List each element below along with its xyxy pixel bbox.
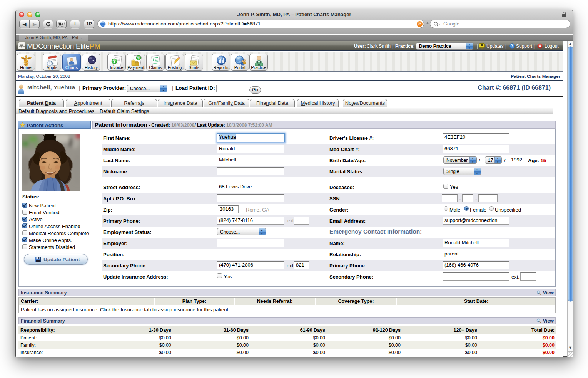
svg-text:?: ? (511, 44, 513, 48)
svg-text:$: $ (137, 56, 140, 60)
svg-text:$: $ (113, 59, 115, 64)
